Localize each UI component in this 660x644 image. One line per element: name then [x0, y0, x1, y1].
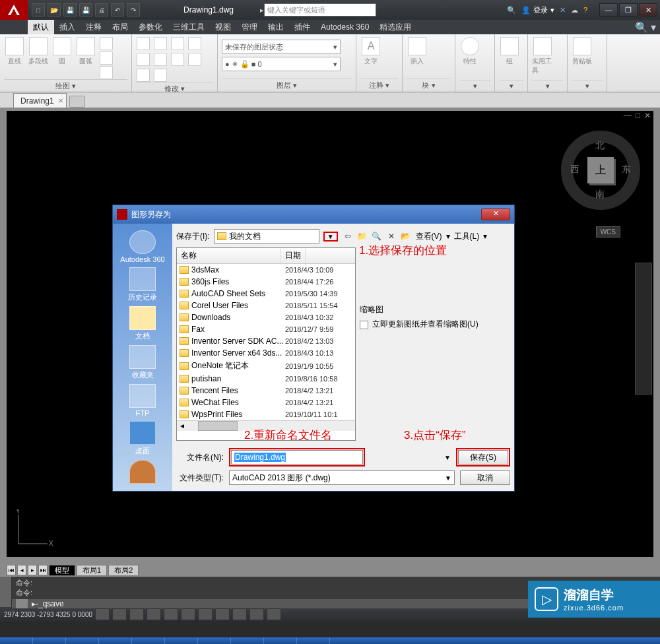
- tool-modify[interactable]: [136, 37, 150, 50]
- status-toggle[interactable]: [147, 608, 161, 620]
- tools-menu[interactable]: 工具(L): [454, 231, 480, 242]
- viewport-close-icon[interactable]: ✕: [644, 111, 651, 120]
- tool-modify[interactable]: [153, 69, 168, 82]
- place-more[interactable]: [119, 460, 166, 484]
- ribbon-tab[interactable]: 参数化: [133, 20, 168, 34]
- status-toggle[interactable]: [267, 608, 281, 620]
- file-row[interactable]: Fax2018/12/7 9:59: [177, 323, 355, 335]
- tool-utilities[interactable]: 实用工具: [532, 37, 553, 80]
- file-row[interactable]: OneNote 笔记本2019/1/9 10:55: [177, 359, 355, 373]
- ribbon-tab[interactable]: 管理: [236, 20, 263, 34]
- ribbon-tab[interactable]: 输出: [263, 20, 289, 34]
- ribbon-tab[interactable]: 三维工具: [168, 20, 210, 34]
- tool-circle[interactable]: 圆: [51, 37, 73, 79]
- file-row[interactable]: Inventor Server SDK AC...2018/4/2 13:03: [177, 335, 355, 347]
- wcs-badge[interactable]: WCS: [596, 226, 620, 238]
- ribbon-tab[interactable]: 精选应用: [374, 20, 416, 34]
- tool-modify[interactable]: [136, 69, 150, 82]
- cancel-button[interactable]: 取消: [460, 470, 510, 485]
- nav-newfolder-icon[interactable]: 📂: [400, 230, 412, 242]
- dialog-close-button[interactable]: ✕: [481, 209, 510, 220]
- close-button[interactable]: ✕: [639, 3, 657, 16]
- tool-modify[interactable]: [170, 53, 185, 66]
- place-desktop[interactable]: 桌面: [119, 421, 166, 456]
- nav-back-icon[interactable]: ⇦: [342, 230, 354, 242]
- nav-up-icon[interactable]: 📁: [356, 230, 368, 242]
- viewport-minimize-icon[interactable]: —: [624, 111, 632, 120]
- viewcube-face[interactable]: 上: [587, 157, 614, 183]
- place-history[interactable]: 历史记录: [119, 267, 166, 302]
- ribbon-tab[interactable]: 插入: [54, 20, 81, 34]
- layout-nav-prev[interactable]: ◂: [17, 565, 26, 575]
- file-row[interactable]: Inventor Server x64 3ds...2018/4/3 10:13: [177, 347, 355, 359]
- qat-new-icon[interactable]: □: [32, 3, 45, 16]
- command-handle[interactable]: [0, 577, 12, 607]
- layout-tab-layout1[interactable]: 布局1: [77, 565, 107, 576]
- login-button[interactable]: 👤 登录 ▾: [521, 5, 554, 15]
- help-search-input[interactable]: 键入关键字或短语: [264, 3, 376, 16]
- qat-saveas-icon[interactable]: 💾: [79, 3, 92, 16]
- maximize-button[interactable]: ❐: [619, 3, 638, 16]
- file-row[interactable]: WpsPrint Files2019/10/11 10:1: [177, 408, 355, 420]
- nav-search-icon[interactable]: 🔍: [371, 230, 383, 242]
- navigation-bar[interactable]: [635, 263, 652, 395]
- ribbon-group-label[interactable]: 修改 ▾: [136, 82, 213, 95]
- ribbon-tab[interactable]: 布局: [107, 20, 133, 34]
- nav-delete-icon[interactable]: ✕: [385, 230, 397, 242]
- ribbon-tab[interactable]: 插件: [289, 20, 315, 34]
- save-in-combo[interactable]: 我的文档: [214, 229, 319, 243]
- layout-nav-last[interactable]: ⏭: [38, 565, 48, 575]
- layout-tab-model[interactable]: 模型: [49, 565, 75, 576]
- viewcube-north[interactable]: 北: [595, 140, 605, 152]
- ribbon-tab-default[interactable]: 默认: [28, 20, 54, 34]
- tool-modify[interactable]: [187, 53, 202, 66]
- status-toggle[interactable]: [215, 608, 230, 620]
- tool-arc[interactable]: 圆弧: [75, 37, 96, 79]
- status-toggle[interactable]: [164, 608, 178, 620]
- ribbon-group-label[interactable]: 注释 ▾: [360, 79, 398, 92]
- ribbon-group-label[interactable]: 图层 ▾: [222, 79, 352, 92]
- tool-modify[interactable]: [136, 53, 150, 66]
- column-name[interactable]: 名称: [177, 248, 281, 263]
- ribbon-group-label[interactable]: 绘图 ▾: [4, 79, 127, 92]
- viewcube-east[interactable]: 东: [622, 164, 631, 176]
- viewcube-west[interactable]: 西: [570, 164, 579, 176]
- viewport-restore-icon[interactable]: □: [636, 111, 640, 120]
- place-autodesk360[interactable]: Autodesk 360: [119, 230, 166, 263]
- tool-modify[interactable]: [187, 37, 202, 50]
- viewcube[interactable]: 上 北 南 东 西: [561, 131, 640, 210]
- layer-combo[interactable]: ● ☀ 🔓 ■ 0▾: [222, 57, 341, 71]
- tool-polyline[interactable]: 多段线: [28, 37, 49, 79]
- status-toggle[interactable]: [198, 608, 213, 620]
- status-toggle[interactable]: [129, 608, 144, 620]
- save-button[interactable]: 保存(S): [458, 450, 508, 465]
- file-row[interactable]: Corel User Files2018/5/11 15:54: [177, 300, 355, 311]
- filetype-combo[interactable]: AutoCAD 2013 图形 (*.dwg)▼: [229, 470, 455, 485]
- layout-tab-layout2[interactable]: 布局2: [108, 565, 139, 576]
- ribbon-group-label[interactable]: 块 ▾: [407, 79, 451, 92]
- file-row[interactable]: WeChat Files2018/4/2 13:21: [177, 397, 355, 408]
- view-menu[interactable]: 查看(V): [416, 231, 442, 242]
- tool-text[interactable]: A文字: [360, 37, 381, 79]
- layout-nav-next[interactable]: ▸: [28, 565, 37, 575]
- minimize-button[interactable]: —: [599, 3, 618, 16]
- file-row[interactable]: putishan2019/8/16 10:58: [177, 373, 355, 385]
- qat-redo-icon[interactable]: ↷: [127, 3, 140, 16]
- tool-draw-small[interactable]: [99, 66, 114, 79]
- place-documents[interactable]: 文档: [119, 306, 166, 341]
- file-row[interactable]: Downloads2018/4/3 10:32: [177, 311, 355, 323]
- cloud-icon[interactable]: ☁: [571, 6, 578, 15]
- tool-properties[interactable]: 特性: [459, 37, 480, 80]
- column-date[interactable]: 日期: [281, 248, 306, 263]
- viewcube-south[interactable]: 南: [595, 189, 605, 201]
- dialog-titlebar[interactable]: 图形另存为 ✕: [113, 205, 514, 224]
- help-icon[interactable]: ?: [583, 6, 587, 14]
- file-row[interactable]: 3dsMax2018/4/3 10:09: [177, 264, 355, 276]
- new-tab-button[interactable]: [69, 96, 85, 108]
- status-toggle[interactable]: [232, 608, 247, 620]
- ribbon-tab[interactable]: Autodesk 360: [315, 20, 374, 34]
- qat-undo-icon[interactable]: ↶: [111, 3, 124, 16]
- tool-insert[interactable]: 插入: [407, 37, 428, 79]
- layer-state-combo[interactable]: 未保存的图层状态▾: [222, 40, 341, 54]
- tool-modify[interactable]: [170, 37, 185, 50]
